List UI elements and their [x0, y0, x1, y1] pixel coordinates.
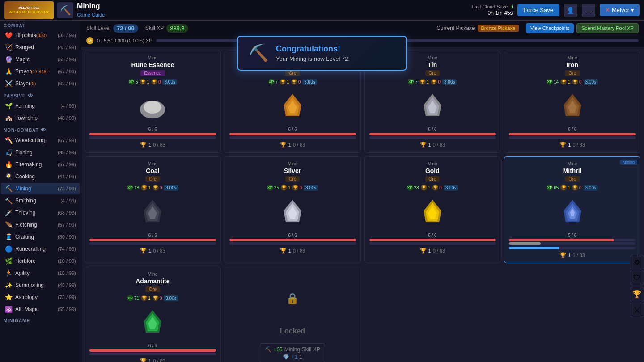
mastery-progress-fill: [509, 242, 541, 245]
skill-level-label: Skill Level: [86, 25, 110, 31]
sword-button[interactable]: ⚔: [630, 303, 644, 317]
mine-zero-stat: 🏆 0: [291, 79, 301, 85]
mine-card-locked[interactable]: 🔒 Locked ⛏️ +65 Mining Skill XP 💎 +1 1: [225, 267, 361, 362]
sidebar-item-woodcutting[interactable]: 🪓 Woodcutting (67 / 99): [1, 135, 80, 146]
mine-card-rune-essence[interactable]: Mine Rune Essence Essence XP 5 🏆 1 🏆 0: [85, 51, 221, 153]
mine-card-silver[interactable]: Mine Silver Ore XP 25 🏆 1 🏆 0: [225, 156, 361, 263]
zero-icon: 🏆: [292, 185, 298, 191]
mine-stats-row: XP 7 🏆 1 🏆 0 3.00s: [268, 79, 317, 85]
sidebar-item-ranged[interactable]: 🏹 Ranged (43 / 99): [1, 42, 80, 53]
shield-button[interactable]: 🛡: [630, 271, 644, 285]
spend-mastery-button[interactable]: Spend Mastery Pool XP: [576, 23, 639, 33]
skill-level-display: Skill Level 72 / 99: [86, 24, 138, 33]
tooltip-qty-value: 1: [299, 354, 302, 360]
trophy-icon: 🏆: [421, 185, 427, 191]
sidebar-item-slayer[interactable]: ⚔️ Slayer(0) (62 / 99): [1, 78, 80, 89]
sidebar-item-astrology[interactable]: ⭐ Astrology (73 / 99): [1, 291, 80, 303]
game-logo[interactable]: MELVOR IDLE ATLAS OF DISCOVERY: [4, 1, 54, 19]
sidebar-item-crafting[interactable]: 🧵 Crafting (30 / 99): [1, 231, 80, 243]
mine-progress-bar: [369, 136, 496, 139]
mine-action: Mine: [568, 161, 577, 166]
ore-badge: Ore: [565, 70, 580, 76]
sidebar-item-herblore[interactable]: 🌿 Herblore (10 / 99): [1, 255, 80, 267]
summoning-icon: ✨: [4, 281, 13, 289]
sidebar-item-summoning[interactable]: ✨ Summoning (48 / 99): [1, 279, 80, 291]
mine-card-adamantite[interactable]: Mine Adamantite Ore XP 71 🏆 1 🏆 0: [85, 267, 221, 362]
skill-xp-display: Skill XP 889.3: [145, 24, 188, 33]
sidebar-item-cooking[interactable]: 🍳 Cooking (41 / 99): [1, 171, 80, 182]
herblore-icon: 🌿: [4, 257, 13, 265]
skill-name: Mining: [77, 2, 105, 10]
tooltip-skill-label: Mining Skill XP: [284, 346, 320, 353]
sidebar-item-firemaking[interactable]: 🔥 Firemaking (57 / 99): [1, 159, 80, 170]
smithing-icon: 🔨: [4, 197, 13, 205]
sidebar-item-runecrafting[interactable]: 🔵 Runecrafting (74 / 99): [1, 243, 80, 255]
mine-mastery-row: 🏆 1 0 / 83: [140, 142, 165, 148]
zero-icon: 🏆: [572, 79, 578, 85]
mine-card-iron[interactable]: Mine Iron Ore XP 14 🏆 1 🏆 0: [504, 51, 640, 153]
mine-name: Coal: [146, 167, 159, 174]
sidebar-item-township[interactable]: 🏘️ Township (48 / 99): [1, 112, 80, 124]
sidebar-item-fletching[interactable]: 🪶 Fletching (57 / 99): [1, 219, 80, 231]
skill-title-area: Mining Game Guide: [77, 2, 105, 18]
force-save-button[interactable]: Force Save: [517, 4, 559, 16]
slayer-icon: ⚔️: [4, 80, 13, 88]
mine-mastery-row: 🏆 1 1 / 83: [559, 252, 585, 258]
mine-trophy-stat: 🏆 1: [280, 79, 289, 85]
mining-icon: ⛏️: [4, 185, 13, 193]
mine-xp-stat: XP 7: [268, 79, 278, 85]
gear-button[interactable]: ⚙: [630, 255, 644, 269]
mine-action: Mine: [568, 55, 577, 60]
mine-card-coal[interactable]: Mine Coal Ore XP 18 🏆 1 🏆 0: [85, 156, 221, 263]
sidebar-item-hitpoints[interactable]: ❤️ Hitpoints(330) (33 / 99): [1, 29, 80, 41]
settings-icon-btn[interactable]: 👤: [564, 4, 577, 17]
xp-icon: XP: [268, 79, 275, 85]
astrology-icon: ⭐: [4, 293, 13, 301]
ore-badge: Ore: [285, 70, 300, 76]
mine-stats-row: XP 71 🏆 1 🏆 0 3.00s: [127, 295, 178, 301]
sidebar-item-farming[interactable]: 🌱 Farming (4 / 99): [1, 100, 80, 112]
sidebar-item-alt-magic[interactable]: 🔯 Alt. Magic (55 / 99): [1, 303, 80, 315]
zero-icon: 🏆: [291, 79, 297, 85]
skill-icon: ⛏️: [57, 2, 73, 18]
mine-card-mithril[interactable]: Mining Mine Mithril Ore XP 65 🏆 1 🏆 0: [504, 156, 640, 263]
view-checkpoints-button[interactable]: View Checkpoints: [526, 23, 574, 33]
mine-hp-bar: [229, 239, 356, 241]
pickaxe-display: Current Pickaxe Bronze Pickaxe: [436, 25, 519, 32]
trophy-button[interactable]: 🏆: [630, 287, 644, 301]
skill-bar-buttons: View Checkpoints Spend Mastery Pool XP: [526, 23, 639, 33]
sidebar-item-agility[interactable]: 🏃 Agility (18 / 99): [1, 267, 80, 279]
skill-guide-link[interactable]: Game Guide: [77, 12, 105, 17]
top-bar-left: MELVOR IDLE ATLAS OF DISCOVERY ⛏️ Mining…: [4, 1, 105, 19]
zero-icon: 🏆: [431, 79, 437, 85]
sidebar: COMBAT ❤️ Hitpoints(330) (33 / 99) 🏹 Ran…: [0, 21, 81, 362]
mastery-progress-text: 0 / 83: [572, 142, 585, 147]
mine-action: Mine: [148, 272, 158, 277]
sidebar-item-smithing[interactable]: 🔨 Smithing (4 / 99): [1, 195, 80, 206]
mine-trophy-stat: 🏆 1: [141, 185, 151, 191]
mine-card-gold[interactable]: Mine Gold Ore XP 28 🏆 1 🏆 0: [364, 156, 501, 263]
mine-interval: 3.00s: [164, 185, 178, 191]
right-panel: ⚙ 🛡 🏆 ⚔: [630, 255, 644, 317]
skill-xp-label: Skill XP: [145, 25, 164, 31]
sidebar-item-prayer[interactable]: 🙏 Prayer(17,848) (57 / 99): [1, 66, 80, 77]
tooltip-plus-label: +1: [291, 354, 297, 360]
sidebar-item-mining[interactable]: ⛏️ Mining (72 / 99): [1, 183, 80, 194]
mine-hp-text: 6 / 6: [148, 233, 157, 238]
mastery-value: 1: [568, 142, 571, 147]
firemaking-icon: 🔥: [4, 160, 13, 168]
mine-interval: 3.00s: [444, 185, 458, 191]
mine-hp-fill: [89, 349, 216, 352]
sidebar-item-fishing[interactable]: 🎣 Fishing (95 / 99): [1, 147, 80, 158]
sidebar-item-thieving[interactable]: 🗡️ Thieving (68 / 99): [1, 207, 80, 219]
menu-icon-btn[interactable]: —: [582, 4, 595, 17]
account-button[interactable]: ✕ Melvor ▾: [600, 4, 640, 16]
mastery-value: 1: [148, 358, 151, 362]
mine-image-area: [415, 195, 450, 231]
mine-hp-fill: [509, 133, 636, 135]
mine-name: Rune Essence: [131, 61, 174, 68]
mastery-trophy-icon: 🏆: [280, 248, 287, 254]
mining-grid: Mine Rune Essence Essence XP 5 🏆 1 🏆 0: [81, 47, 644, 362]
mine-xp-stat: XP 14: [547, 79, 559, 85]
sidebar-item-magic[interactable]: 🔮 Magic (55 / 99): [1, 54, 80, 65]
